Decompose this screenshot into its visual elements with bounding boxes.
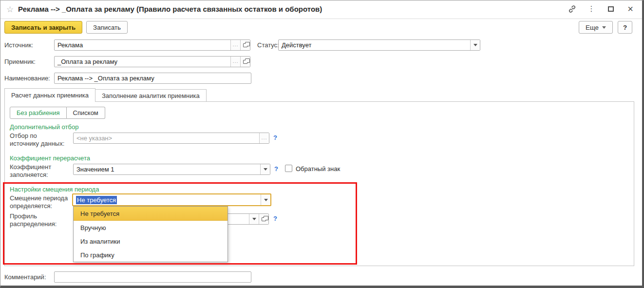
kebab-menu-icon[interactable]: ⋮ <box>587 3 596 14</box>
offset-label-line1: Смещение периода <box>10 194 68 202</box>
dropdown-option-from-analytics[interactable]: Из аналитики <box>74 234 227 248</box>
open-icon <box>262 217 266 221</box>
source-label: Источник: <box>4 41 33 49</box>
ellipsis-icon: ... <box>261 134 267 140</box>
filter-help-link[interactable]: ? <box>273 134 277 141</box>
status-value: Действует <box>279 40 470 50</box>
more-button[interactable]: Еще <box>579 21 613 34</box>
app-window: ☆ Реклама --> _Оплата за рекламу (Правил… <box>0 0 644 288</box>
filter-placeholder: <не указан> <box>74 133 259 143</box>
period-offset-value: Не требуется <box>76 196 117 204</box>
receiver-value: _Оплата за рекламу <box>55 57 230 67</box>
reverse-sign-checkbox[interactable] <box>285 165 292 172</box>
coefficient-label-line2: заполняется: <box>10 171 48 178</box>
title-bar: ☆ Реклама --> _Оплата за рекламу (Правил… <box>0 0 642 19</box>
status-select[interactable]: Действует <box>278 39 480 51</box>
coefficient-value: Значением 1 <box>74 164 260 174</box>
period-offset-dropdown-list: Не требуется Вручную Из аналитики По гра… <box>73 206 228 262</box>
toggle-no-split[interactable]: Без разбиения <box>10 107 67 119</box>
close-icon[interactable]: × <box>625 3 635 14</box>
name-input[interactable]: Реклама --> _Оплата за рекламу <box>54 73 251 84</box>
status-label: Статус: <box>257 41 279 49</box>
profile-label-line2: распределения: <box>10 220 57 228</box>
dropdown-option-not-required[interactable]: Не требуется <box>74 207 227 221</box>
choose-button[interactable]: ... <box>230 40 240 50</box>
coefficient-label-line1: Коэффициент <box>10 163 51 171</box>
filter-label-line2: источнику данных: <box>10 140 64 147</box>
more-button-label: Еще <box>586 24 599 31</box>
profile-label-line1: Профиль <box>10 212 37 220</box>
favorite-star-icon[interactable]: ☆ <box>6 4 14 15</box>
name-label: Наименование: <box>4 75 50 82</box>
tab-receiver-analytics-fill[interactable]: Заполнение аналитик приемника <box>95 89 207 102</box>
profile-help-link[interactable]: ? <box>273 215 277 222</box>
window-title: Реклама --> _Оплата за рекламу (Правило … <box>18 5 322 13</box>
chevron-down-icon <box>264 168 267 171</box>
source-input[interactable]: Реклама ... <box>54 39 250 51</box>
choose-button[interactable]: ... <box>230 57 240 67</box>
period-offset-select[interactable]: Не требуется <box>72 193 271 206</box>
open-button[interactable] <box>240 57 250 67</box>
filter-label-line1: Отбор по <box>10 132 37 139</box>
section-coefficient-title: Коэффициент перерасчета <box>10 154 90 162</box>
open-icon <box>243 60 247 64</box>
view-mode-toggle: Без разбиения Списком <box>10 107 105 119</box>
choose-button[interactable]: ... <box>259 133 269 143</box>
open-button[interactable] <box>259 214 268 224</box>
dropdown-button[interactable] <box>470 40 480 50</box>
dropdown-button[interactable] <box>260 164 270 174</box>
source-value: Реклама <box>55 40 230 50</box>
comment-value <box>55 272 251 282</box>
receiver-input[interactable]: _Оплата за рекламу ... <box>54 56 250 67</box>
tab-panel: Без разбиения Списком Дополнительный отб… <box>4 101 634 266</box>
maximize-icon[interactable] <box>606 3 616 14</box>
tab-strip: Расчет данных приемника Заполнение анали… <box>4 88 207 102</box>
chevron-down-icon <box>474 44 477 46</box>
section-extra-filter-title: Дополнительный отбор <box>10 123 78 131</box>
name-value: Реклама --> _Оплата за рекламу <box>55 73 251 83</box>
dropdown-button[interactable] <box>249 214 259 224</box>
dropdown-button[interactable] <box>261 194 270 205</box>
ellipsis-icon: ... <box>232 41 238 47</box>
tab-receiver-data-calc[interactable]: Расчет данных приемника <box>4 88 95 102</box>
comment-label: Комментарий: <box>4 273 46 281</box>
open-icon <box>243 43 247 47</box>
dropdown-option-by-schedule[interactable]: По графику <box>74 248 227 262</box>
save-button[interactable]: Записать <box>86 21 128 34</box>
ellipsis-icon: ... <box>232 58 238 64</box>
link-icon[interactable] <box>567 3 577 14</box>
chevron-down-icon <box>264 199 268 201</box>
section-period-offset-title: Настройки смещения периода <box>10 186 99 193</box>
chevron-down-icon <box>252 218 256 220</box>
dropdown-option-manual[interactable]: Вручную <box>74 221 227 234</box>
chevron-down-icon <box>602 26 606 29</box>
help-button[interactable]: ? <box>618 21 632 34</box>
coefficient-select[interactable]: Значением 1 <box>73 164 270 175</box>
filter-input[interactable]: <не указан> ... <box>73 133 269 144</box>
comment-input[interactable] <box>54 271 251 283</box>
toggle-as-list[interactable]: Списком <box>67 107 105 119</box>
coefficient-help-link[interactable]: ? <box>274 165 278 173</box>
reverse-sign-label: Обратный знак <box>296 165 340 173</box>
save-and-close-button[interactable]: Записать и закрыть <box>4 21 82 34</box>
offset-label-line2: определяется: <box>10 202 52 210</box>
receiver-label: Приемник: <box>4 58 36 65</box>
open-button[interactable] <box>240 40 250 50</box>
